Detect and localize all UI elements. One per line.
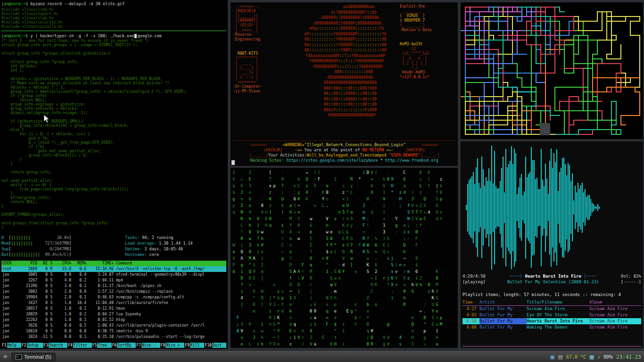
pipes-cursor-block	[540, 123, 550, 135]
process-row[interactable]: jan213960S3.00.10:11.17/bin/bash ./pipes…	[1, 283, 226, 289]
launcher-icon[interactable]: ✳	[3, 354, 8, 360]
playlist-row[interactable]: 4:27Bullet For MyScream Aim FireScream A…	[462, 306, 641, 312]
skull-columns: .-======-. |H4CK3R|# ||______|| |[######…	[233, 4, 455, 122]
htop-meters-area: 0 [|||||||| 30.8%]Mem[||||||||| 727/3697…	[1, 235, 226, 257]
meter-0: 0 [|||||||| 30.8%]	[1, 235, 125, 240]
now-playing-artist: Bullet For My Valentine (2008-01-23)	[486, 279, 621, 285]
command-byzanz: byzanz-record --delay=3 -d 30 elite.gif	[30, 1, 124, 6]
taskbar-terminal-button[interactable]: >_ Terminal (5)	[11, 353, 56, 361]
process-table-header[interactable]: USERPIDNISCPU%MEM%TIME+Command	[1, 261, 226, 266]
cmatrix-window[interactable]: 3 Z [ - = [C (D8( . C B 6 V c E T 0 b Q …	[231, 168, 458, 348]
taskbar-terminal-label: Terminal (5)	[24, 354, 51, 360]
fkey-tree[interactable]: F5Tree	[92, 343, 112, 348]
mouse-cursor	[43, 114, 51, 123]
clock[interactable]: 23:41.23	[616, 354, 641, 360]
skull-right-panels: Exploit-the _________ ( VIRUS ) ) DROPPE…	[400, 4, 455, 122]
pane-separator	[1, 31, 226, 31]
shell-prompt: jan@core:~$	[1, 1, 28, 6]
playlist-row[interactable]: 4:58Bullet For MyHearts Burst Into FireS…	[462, 318, 641, 324]
player-state: [playing]	[462, 279, 486, 285]
text-cursor	[134, 34, 137, 38]
haxor-home-panel: HoM3-$w33t (I |ul_^^^^_lul | _u _ u _| |…	[400, 42, 455, 80]
volume-label[interactable]: Vol: 82%	[621, 273, 641, 279]
fkey-nice[interactable]: F8Nice +	[160, 343, 185, 348]
skull-ascii-window[interactable]: .-======-. |H4CK3R|# ||______|| |[######…	[231, 2, 458, 166]
reverse-engineering-panel: .-======-. |H4CK3R|# ||______|| |[######…	[233, 4, 289, 42]
shell-line-2: jan@core:~$ y | hackertyper.sh -g -f -s …	[1, 33, 226, 39]
fkey-filter[interactable]: F4Filter	[67, 343, 92, 348]
now-playing-center: ────┤ Hearts Burst Into Fire ├────	[486, 273, 621, 279]
battery-percent: 99%	[603, 354, 613, 360]
playlist-bottom-separator	[462, 346, 641, 346]
now-playing-title: Hearts Burst Into Fire	[525, 274, 581, 279]
playlist-rows: 4:27Bullet For MyScream Aim FireScream A…	[462, 306, 641, 330]
command-hackertyper-arg: google.com	[137, 33, 161, 38]
process-row[interactable]: jan30050S8.00.43:24.87xfce4-terminal --g…	[1, 272, 226, 278]
skull-left-panels: .-======-. |H4CK3R|# ||______|| |[######…	[233, 4, 289, 122]
skull-art: aad8888888baa d:?88888888888?::8b .d8888…	[289, 4, 400, 122]
taskbar: ✳ >_ Terminal (5) ▣ ▤ 67.0 °C ▦ ♪ 99% 23…	[0, 351, 644, 362]
fkey-kill[interactable]: F9Kill	[184, 343, 204, 348]
playlist-row[interactable]: 4:03Bullet For MyEye Of The StormScream …	[462, 312, 641, 318]
pipes-window[interactable]	[461, 2, 643, 139]
process-row[interactable]: jan180290S1.00.20:04.27lua 3spooky	[1, 312, 226, 317]
htop-info-line: Tasks: 94; 2 running	[125, 235, 192, 240]
fkey-setup[interactable]: F2Setup	[21, 343, 43, 348]
playlist-row[interactable]: 4:08Bullet For MyWaking The DemonScream …	[462, 324, 641, 330]
volume-icon[interactable]: ♪	[598, 354, 601, 360]
progress-indicator[interactable]: [------]	[621, 279, 641, 285]
process-row[interactable]: jan3024-11S0.00.10:35.10/usr/bin/pulseau…	[1, 334, 226, 340]
warning-banner: -======- +WARNING+"Illegal_Network_Conne…	[233, 140, 455, 163]
shell-prompt: jan@core:~$	[1, 33, 28, 38]
kernel-source-code: /* init_1 - one for init_task, one to en…	[1, 39, 226, 230]
chip-icon[interactable]: ▤	[558, 354, 563, 360]
elapsed-time: 4:29/4:58	[462, 273, 486, 279]
player-state-line: [playing] Bullet For My Valentine (2008-…	[462, 279, 641, 285]
system-tray: ▣ ▤ 67.0 °C ▦ ♪ 99% 23:41.23	[550, 354, 641, 360]
matrix-rain: 3 Z [ - = [C (D8( . C B 6 V c E T 0 b Q …	[232, 169, 456, 347]
htop-info-line: Load average: 1.38 1.44 1.14	[125, 240, 192, 246]
code-includes: #include <linux/cred.h> #include <linux/…	[1, 8, 226, 29]
network-icon[interactable]: ▦	[589, 354, 594, 360]
process-row[interactable]: jan222630R1.00.10:01.52htop	[1, 317, 226, 323]
htop-info-line: Hostname: core	[125, 252, 192, 257]
htop-summary: Tasks: 94; 2 runningLoad average: 1.38 1…	[125, 235, 192, 257]
htop-panel: 0 [|||||||| 30.8%]Mem[||||||||| 727/3697…	[1, 234, 226, 349]
terminal-cursor-block	[231, 160, 235, 165]
fkey-nice[interactable]: F7Nice -	[136, 343, 160, 348]
htop-info-line: Uptime: 3 days, 10:05:46	[125, 246, 192, 252]
ncmpcpp-window[interactable]: 4:29/4:58 ────┤ Hearts Burst Into Fire ├…	[461, 141, 643, 348]
process-rows: root28890R23.00.615:34.96/usr/bin/X -nol…	[1, 266, 226, 340]
playlist-summary: Playlist items, length: 57 minutes, 11 s…	[462, 291, 641, 298]
process-row[interactable]: jan188180S0.00.00:30.75cmatrix -bsu 9	[1, 329, 226, 334]
terminal-icon: >_	[16, 354, 22, 360]
shell-line-1: jan@core:~$ byzanz-record --delay=3 -d 3…	[1, 1, 226, 7]
virus-dropper-panel: Exploit-the _________ ( VIRUS ) ) DROPPE…	[400, 4, 455, 33]
command-hackertyper: y | hackertyper.sh -g -f -s 200; ./hack.…	[30, 33, 134, 38]
process-row[interactable]: jan199840S2.00.10:46.63ncmpcpp -c .ncmpc…	[1, 295, 226, 300]
meter-swp: Swp[ 0/2047MB]	[1, 246, 125, 252]
fkey-help[interactable]: F1Help	[1, 343, 21, 348]
pipes-canvas	[461, 2, 643, 139]
display-icon[interactable]: ▣	[550, 354, 554, 360]
title-deco-right: ├────	[581, 274, 597, 279]
fkey-quit[interactable]: F10Quit	[204, 343, 226, 348]
htop-meters: 0 [|||||||| 30.8%]Mem[||||||||| 727/3697…	[1, 235, 125, 257]
meter-bat: Bat[|||||||||||| 99.4%(A/C)]	[1, 252, 125, 257]
process-row[interactable]: jan34370S1.010.411:04.40/usr/lib/aurora/…	[1, 300, 226, 306]
meter-mem: Mem[||||||||| 727/3697MB]	[1, 240, 125, 246]
process-row[interactable]: jan32670S4.00.21:04.11mpd	[1, 278, 226, 283]
fkey-search[interactable]: F3Search	[43, 343, 68, 348]
playlist-header[interactable]: TimeArtistTitle/FilenameAlbum	[462, 299, 641, 306]
htop-function-keys: F1HelpF2SetupF3SearchF4FilterF5TreeF6Sor…	[1, 343, 226, 348]
temperature-label: 67.0 °C	[566, 354, 586, 360]
title-deco-left: ────┤	[510, 274, 525, 279]
process-row[interactable]: jan189170S1.00.10:12.91tmux	[1, 306, 226, 312]
process-row[interactable]: jan30020S2.00.81:57.12/usr/bin/compiz --…	[1, 289, 226, 295]
terminal-window[interactable]: jan@core:~$ byzanz-record --delay=3 -d 3…	[0, 0, 228, 349]
process-row[interactable]: root28890R23.00.615:34.96/usr/bin/X -nol…	[1, 266, 226, 272]
process-table: USERPIDNISCPU%MEM%TIME+Command root28890…	[1, 261, 226, 340]
process-row[interactable]: jan36260S0.00.51:00.43/usr/lib/aurora/pl…	[1, 323, 226, 329]
fkey-sortby[interactable]: F6SortBy	[112, 343, 136, 348]
rootkits-panel: R00T-KITS |^^^^^^^^| | ____ | | |____| |…	[233, 51, 289, 94]
